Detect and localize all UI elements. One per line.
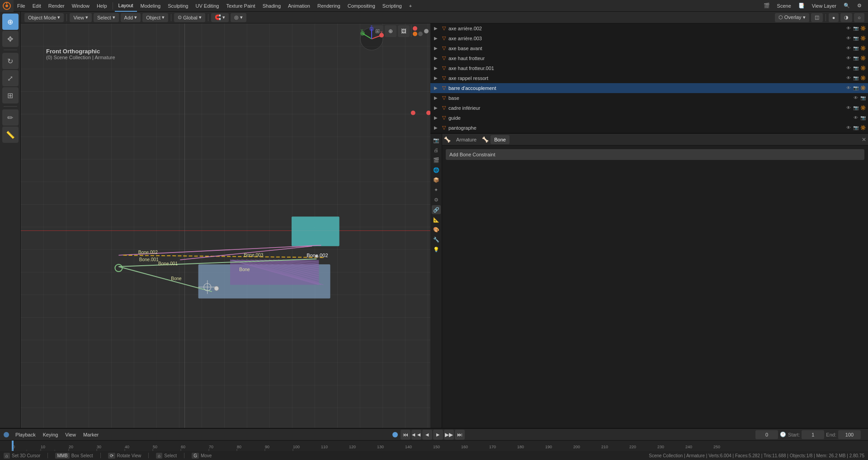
prop-tab-constraints[interactable]: 🔗 [432,205,441,214]
workspace-add[interactable]: + [406,0,415,12]
viewport-gizmo[interactable]: X Y Z [358,25,385,52]
outliner-item[interactable]: ▶ ▽ barre d'accouplement 👁 📷 🔆 [430,83,868,93]
snapping-btn[interactable]: 🧲▾ [211,13,229,22]
tab-bone[interactable]: Bone [491,135,509,144]
overlay-btn[interactable]: ⬡ Overlay ▾ [775,13,809,22]
rotate-tool[interactable]: ↻ [2,53,19,69]
workspace-scripting[interactable]: Scripting [379,0,406,12]
visibility-icon[interactable]: 👁 [845,105,852,111]
render-icon[interactable]: 🔆 [860,35,866,42]
workspace-texture-paint[interactable]: Texture Paint [222,0,259,12]
workspace-shading[interactable]: Shading [259,0,284,12]
toggle-backdrop[interactable]: 🖼 [398,25,410,37]
measure-tool[interactable]: 📏 [2,127,19,143]
visibility-icon[interactable]: 👁 [845,55,852,61]
next-keyframe[interactable]: ▶▶ [444,430,454,440]
annotate-tool[interactable]: ✏ [2,109,19,126]
proportional-btn[interactable]: ◎▾ [231,13,246,22]
camera-icon[interactable]: 📷 [853,35,859,42]
add-menu[interactable]: Add ▾ [121,13,141,22]
visibility-icon[interactable]: 👁 [845,125,852,131]
render-icon[interactable]: 🔆 [860,75,866,81]
workspace-sculpting[interactable]: Sculpting [164,0,192,12]
tab-armature[interactable]: Armature [453,135,480,144]
menu-window[interactable]: Window [68,0,93,12]
camera-icon[interactable]: 📷 [860,95,866,101]
jump-to-start[interactable]: ⏮ [401,430,410,440]
prop-tab-modifiers[interactable]: 🔧 [432,235,441,244]
visibility-icon[interactable]: 👁 [845,35,852,42]
search-icon[interactable]: 🔍 [841,3,853,9]
camera-icon[interactable]: 📷 [853,65,859,71]
visibility-icon[interactable]: 👁 [845,25,852,32]
outliner-item[interactable]: ▶ ▽ axe rappel ressort 👁 📷 🔆 [430,73,868,83]
visibility-icon[interactable]: 👁 [845,45,852,52]
view-menu[interactable]: View ▾ [70,13,92,22]
prop-tab-world[interactable]: 🌐 [432,165,441,174]
workspace-compositing[interactable]: Compositing [344,0,379,12]
view-layer-name[interactable]: View Layer [809,3,839,9]
object-menu[interactable]: Object ▾ [142,13,168,22]
camera-icon[interactable]: 📷 [853,105,859,111]
outliner-list[interactable]: ▶ ▽ axe arrière.002 👁 📷 🔆 ▶ ▽ axe arrièr… [430,23,868,133]
render-icon[interactable]: 🔆 [860,55,866,61]
jump-to-end[interactable]: ⏭ [455,430,465,440]
outliner-item[interactable]: ▶ ▽ axe arrière.003 👁 📷 🔆 [430,33,868,43]
play[interactable]: ► [433,430,443,440]
camera-icon[interactable]: 📷 [860,115,866,121]
prop-tab-physics[interactable]: ⚙ [432,195,441,204]
timeline-keying-menu[interactable]: Keying [40,430,61,440]
outliner-item[interactable]: ▶ ▽ axe haut frotteur.001 👁 📷 🔆 [430,63,868,73]
camera-icon[interactable]: 📷 [853,55,859,61]
menu-help[interactable]: Help [93,0,111,12]
scale-tool[interactable]: ⤢ [2,70,19,86]
menu-edit[interactable]: Edit [29,0,45,12]
outliner-item[interactable]: ▶ ▽ guide 👁 📷 [430,113,868,123]
render-icon[interactable]: 🔆 [860,65,866,71]
outliner-item[interactable]: ▶ ▽ pantographe 👁 📷 🔆 [430,123,868,133]
visibility-icon[interactable]: 👁 [853,95,859,101]
workspace-layout[interactable]: Layout [115,0,137,12]
visibility-icon[interactable]: 👁 [845,75,852,81]
play-reverse[interactable]: ◄ [422,430,432,440]
timeline-ruler[interactable]: 0 10 20 30 40 50 60 70 80 90 100 110 [0,441,868,451]
render-icon[interactable]: 🔆 [860,85,866,91]
prop-tab-data[interactable]: 📐 [432,215,441,224]
camera-icon[interactable]: 📷 [853,85,859,91]
prop-tab-material[interactable]: 🎨 [432,225,441,234]
viewport-shading-material[interactable]: ◑ [840,13,852,22]
visibility-icon[interactable]: 👁 [845,65,852,71]
toggle-3d-cursor[interactable]: ⊕ [385,25,396,37]
transform-tool[interactable]: ⊞ [2,87,19,103]
prop-tab-output[interactable]: 🖨 [432,146,441,155]
render-icon[interactable]: 🔆 [860,125,866,131]
end-frame-input[interactable]: 100 [838,430,861,439]
timeline-view-menu[interactable]: View [62,430,79,440]
pivot-selector[interactable]: ⊙ Global ▾ [174,13,205,22]
viewport-shading-rendered[interactable]: ○ [854,13,864,22]
prop-tab-render[interactable]: 📷 [432,136,441,145]
mode-selector[interactable]: Object Mode ▾ [24,13,64,22]
current-frame-input[interactable]: 0 [755,430,778,439]
prop-tab-object[interactable]: 📦 [432,175,441,184]
timeline-playhead[interactable] [13,441,14,451]
xray-btn[interactable]: ◫ [811,13,823,22]
prop-tab-shading[interactable]: 💡 [432,245,441,254]
workspace-uv-editing[interactable]: UV Editing [192,0,222,12]
timeline-marker-menu[interactable]: Marker [80,430,101,440]
workspace-animation[interactable]: Animation [284,0,314,12]
prop-tab-particles[interactable]: ✦ [432,185,441,194]
outliner-item[interactable]: ▶ ▽ base 👁 📷 [430,93,868,103]
outliner-item[interactable]: ▶ ▽ cadre inférieur 👁 📷 🔆 [430,103,868,113]
prop-tab-scene[interactable]: 🎬 [432,155,441,164]
camera-icon[interactable]: 📷 [853,75,859,81]
camera-icon[interactable]: 📷 [853,45,859,52]
viewport-3d[interactable]: Front Orthographic (0) Scene Collection … [21,23,430,437]
render-icon[interactable]: 🔆 [860,45,866,52]
workspace-rendering[interactable]: Rendering [314,0,344,12]
move-tool[interactable]: ✥ [2,31,19,47]
start-frame-input[interactable]: 1 [802,430,824,439]
outliner-item[interactable]: ▶ ▽ axe arrière.002 👁 📷 🔆 [430,23,868,33]
cursor-tool[interactable]: ⊕ [2,14,19,30]
workspace-modeling[interactable]: Modeling [137,0,165,12]
